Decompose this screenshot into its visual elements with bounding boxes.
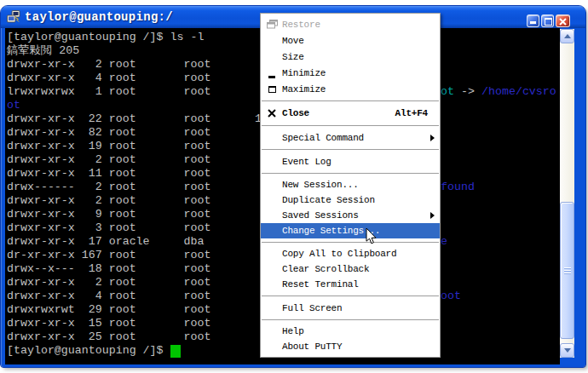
menu-item-saved-sessions[interactable]: Saved Sessions <box>261 208 440 223</box>
thumb-grip-icon <box>564 267 571 275</box>
menu-item-help[interactable]: Help <box>261 324 440 339</box>
window-title: taylor@guantouping:/ <box>25 6 173 28</box>
menu-separator <box>261 316 440 324</box>
terminal-cursor <box>170 345 181 358</box>
menu-item-move[interactable]: Move <box>261 32 440 49</box>
scroll-down-button[interactable] <box>560 343 574 358</box>
close-x-icon <box>265 109 279 118</box>
system-context-menu: Restore Move Size Minimize Maximize Clos… <box>260 13 441 358</box>
mouse-cursor <box>366 227 378 245</box>
menu-separator <box>261 146 440 153</box>
symlink-arrow: -> <box>461 85 475 99</box>
menu-item-close[interactable]: Close Alt+F4 <box>261 105 440 122</box>
menu-item-event-log[interactable]: Event Log <box>261 153 440 169</box>
menu-item-clear-scrollback[interactable]: Clear Scrollback <box>261 261 440 277</box>
minimize-button[interactable] <box>527 14 539 27</box>
menu-separator <box>261 169 440 177</box>
submenu-arrow-icon <box>430 212 435 219</box>
menu-item-copy-all[interactable]: Copy All to Clipboard <box>261 246 440 261</box>
caption-buttons <box>527 14 570 27</box>
menu-item-special-command[interactable]: Special Command <box>261 129 440 146</box>
scroll-up-button[interactable] <box>560 29 574 43</box>
maximize-button[interactable] <box>541 14 554 27</box>
menu-item-minimize[interactable]: Minimize <box>261 65 440 81</box>
minimize-icon <box>530 21 536 24</box>
menu-item-maximize[interactable]: Maximize <box>261 81 440 97</box>
menu-item-full-screen[interactable]: Full Screen <box>261 300 440 316</box>
dir-name-fragment: oot <box>441 290 461 303</box>
screenshot-root: taylor@guantouping:/ [taylor@guantouping… <box>0 0 588 373</box>
menu-item-size[interactable]: Size <box>261 49 440 65</box>
menu-item-duplicate-session[interactable]: Duplicate Session <box>261 192 440 208</box>
symlink-target-fragment: /home/cvsro <box>481 85 556 99</box>
menu-separator <box>261 97 440 105</box>
submenu-arrow-icon <box>430 135 435 141</box>
menu-item-about-putty[interactable]: About PuTTY <box>261 339 440 354</box>
scrollbar[interactable] <box>560 29 574 358</box>
scrollbar-thumb[interactable] <box>560 202 574 339</box>
menu-separator <box>261 238 440 246</box>
maximize-icon <box>265 86 279 93</box>
menu-item-reset-terminal[interactable]: Reset Terminal <box>261 277 440 292</box>
menu-shortcut: Alt+F4 <box>395 108 428 118</box>
close-icon <box>558 17 568 26</box>
minimize-icon <box>265 68 279 78</box>
menu-separator <box>261 292 440 300</box>
putty-app-icon[interactable] <box>7 10 20 24</box>
maximize-icon <box>545 18 552 26</box>
symlink-name-fragment: ot <box>441 85 454 99</box>
menu-item-change-settings[interactable]: Change Settings... <box>261 223 440 238</box>
chevron-down-icon <box>564 348 571 353</box>
chevron-up-icon <box>564 34 571 38</box>
menu-item-new-session[interactable]: New Session... <box>261 177 440 192</box>
menu-item-restore[interactable]: Restore <box>261 16 440 32</box>
close-button[interactable] <box>556 14 570 27</box>
restore-icon <box>265 20 279 29</box>
menu-separator <box>261 122 440 129</box>
dir-name-fragment: e <box>441 235 447 249</box>
dir-name-fragment: found <box>441 181 475 194</box>
